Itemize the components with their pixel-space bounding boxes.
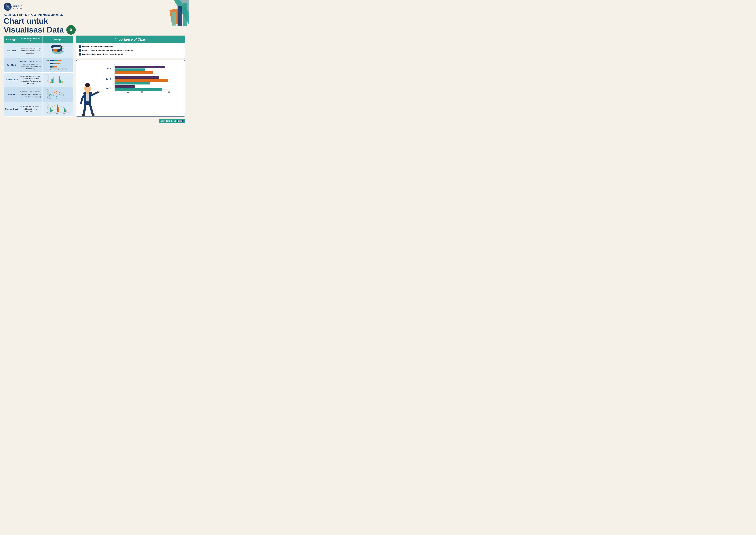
svg-rect-27 (50, 63, 53, 64)
example-combo: 100 80 60 40 20 0 (43, 102, 73, 116)
svg-rect-87 (66, 109, 67, 112)
table-row: Column Chart When you want to compare va… (4, 72, 73, 87)
svg-text:0: 0 (50, 69, 51, 70)
svg-point-90 (64, 108, 65, 108)
svg-rect-119 (115, 79, 168, 82)
svg-text:2015: 2015 (106, 67, 111, 70)
svg-rect-3 (177, 6, 182, 26)
svg-rect-50 (60, 79, 61, 83)
svg-rect-12 (60, 46, 61, 47)
svg-rect-82 (50, 108, 51, 112)
svg-rect-106 (86, 92, 89, 94)
svg-text:2022: 2022 (60, 83, 62, 84)
svg-text:100: 100 (46, 103, 48, 104)
col-example: Example (43, 36, 73, 43)
svg-text:2021: 2021 (49, 113, 51, 114)
chart-table-wrapper: Chart Type When Should I use it ? Exampl… (4, 36, 73, 117)
svg-text:80: 80 (168, 91, 170, 93)
importance-box: Importance of Chart Helps to visualize d… (76, 36, 185, 58)
svg-point-93 (64, 110, 65, 111)
svg-point-70 (63, 95, 64, 96)
excel-icon: X (66, 25, 76, 35)
svg-point-68 (49, 96, 50, 97)
svg-text:60: 60 (47, 93, 48, 94)
svg-text:80: 80 (66, 69, 67, 70)
svg-rect-49 (59, 76, 60, 83)
svg-text:2015: 2015 (62, 46, 64, 47)
chart-display: 2015 2016 2017 (76, 60, 185, 117)
svg-rect-85 (58, 107, 59, 112)
importance-item-2: Makes it easy to analyze trends and patt… (79, 49, 182, 51)
when-combo: When you want to highlight different typ… (19, 102, 43, 116)
col-chart-type: Chart Type (4, 36, 19, 43)
table-row: Bar Chart When you want to compare value… (4, 58, 73, 72)
svg-rect-116 (115, 71, 153, 74)
col-when: When Should I use it ? (19, 36, 43, 43)
svg-text:40: 40 (47, 109, 48, 110)
svg-rect-122 (115, 85, 135, 88)
svg-rect-48 (53, 77, 54, 83)
svg-text:2015: 2015 (46, 60, 49, 62)
svg-text:0: 0 (47, 112, 48, 113)
svg-rect-84 (57, 105, 58, 112)
svg-rect-23 (50, 60, 53, 61)
svg-text:20: 20 (127, 91, 129, 93)
svg-text:2018: 2018 (62, 51, 64, 52)
chart-type-pie: Pie Chart (4, 43, 19, 58)
example-bar: 2015 2016 2017 (43, 58, 73, 72)
svg-rect-47 (51, 79, 53, 83)
svg-text:20: 20 (47, 110, 48, 111)
svg-text:20: 20 (54, 69, 55, 70)
chart-type-combo: Combo Chart (4, 102, 19, 116)
chart-type-line: Line Chart (4, 87, 19, 102)
svg-point-98 (82, 114, 85, 116)
svg-text:2021: 2021 (49, 98, 51, 99)
svg-point-92 (57, 109, 58, 110)
footer-brand: bpkp (176, 120, 183, 122)
svg-rect-46 (50, 82, 51, 83)
svg-text:0: 0 (115, 91, 116, 93)
chart-type-bar: Bar Chart (4, 58, 19, 72)
importance-body: Helps to visualize data graphically. Mak… (76, 43, 185, 58)
svg-text:0: 0 (47, 82, 48, 83)
svg-text:2023: 2023 (63, 98, 65, 99)
svg-rect-31 (50, 66, 52, 68)
svg-rect-18 (60, 51, 61, 52)
svg-point-66 (56, 96, 57, 97)
table-row: Combo Chart When you want to highlight d… (4, 102, 73, 116)
bar-chart-content: 2015 2016 2017 (97, 63, 182, 97)
svg-point-69 (56, 93, 57, 94)
svg-text:2016: 2016 (46, 63, 49, 65)
svg-text:2022: 2022 (63, 113, 65, 114)
right-panel: Importance of Chart Helps to visualize d… (76, 36, 185, 117)
when-bar: When you want to compare values across a… (19, 58, 43, 72)
table-row: Line Chart When you want to visualize tr… (4, 87, 73, 102)
svg-point-64 (63, 94, 64, 95)
logo-area: UK UNIVERSITAS KRISTEN MARANATHA (4, 3, 22, 11)
svg-text:2022: 2022 (56, 98, 58, 99)
footer-label: Diproduksi oleh : (161, 120, 176, 122)
chart-type-column: Column Chart (4, 72, 19, 87)
logo-circle: UK (4, 3, 12, 11)
svg-rect-5 (172, 12, 176, 26)
svg-text:2017: 2017 (106, 87, 111, 90)
svg-text:100: 100 (46, 74, 48, 75)
example-pie: 2015 2016 2017 2018 (43, 43, 73, 58)
footer-badge: Diproduksi oleh : bpkp (159, 119, 185, 123)
svg-rect-4 (183, 3, 187, 26)
main-content: Chart Type When Should I use it ? Exampl… (0, 36, 189, 118)
svg-text:40: 40 (141, 91, 143, 93)
svg-text:80: 80 (47, 105, 48, 106)
svg-rect-83 (51, 109, 52, 112)
svg-text:60: 60 (47, 78, 48, 79)
when-pie: When you want to quantify items and show… (19, 43, 43, 58)
when-column: When you want to compare values across a… (19, 72, 43, 87)
svg-point-104 (86, 83, 89, 85)
example-line: 100 80 60 40 20 0 (43, 87, 73, 102)
svg-text:0: 0 (47, 97, 48, 98)
svg-rect-16 (60, 49, 61, 50)
svg-point-62 (49, 95, 50, 96)
svg-text:60: 60 (47, 107, 48, 108)
table-row: Pie Chart When you want to quantify item… (4, 43, 73, 58)
svg-rect-120 (115, 82, 150, 84)
